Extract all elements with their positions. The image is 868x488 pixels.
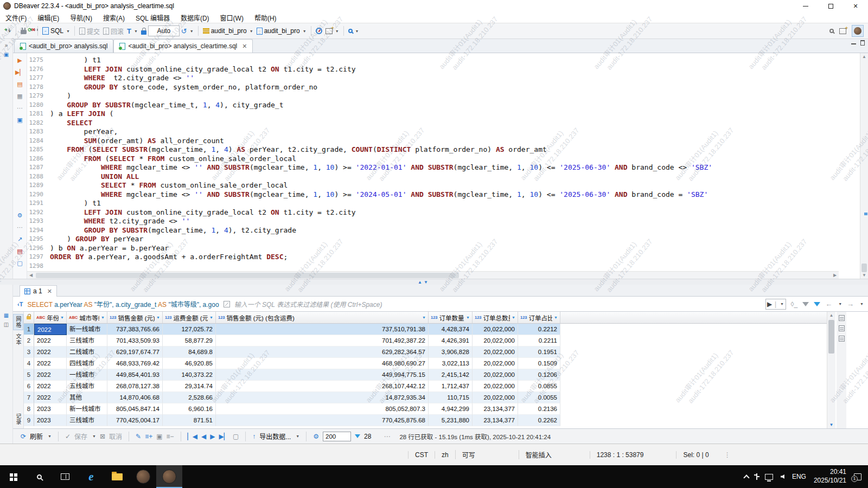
column-dropdown-icon[interactable]: ▼ xyxy=(101,316,105,319)
result-tab[interactable]: a 1 ✕ xyxy=(20,285,57,297)
maximize-button[interactable] xyxy=(818,0,843,12)
table-cell[interactable]: 0.1509 xyxy=(518,358,560,369)
maximize-editor-icon[interactable] xyxy=(860,40,865,46)
expand-filter-icon[interactable] xyxy=(224,301,230,307)
table-cell[interactable]: 629,282,364.57 xyxy=(216,346,429,358)
quick-access-search-icon[interactable] xyxy=(829,29,834,33)
table-cell[interactable]: 468,980,690.27 xyxy=(216,358,429,369)
result-grid-icon[interactable]: ▦ xyxy=(15,91,25,101)
row-number[interactable]: 7 xyxy=(24,392,34,403)
database-select[interactable]: audit_bi_pro▼ xyxy=(201,24,255,37)
row-number[interactable]: 6 xyxy=(24,381,34,392)
last-page-icon[interactable]: ▶▏ xyxy=(219,433,228,440)
table-cell[interactable]: 2022 xyxy=(34,369,67,381)
column-dropdown-icon[interactable]: ▼ xyxy=(156,316,160,319)
table-cell[interactable]: 2022 xyxy=(34,324,67,335)
grid-scroll-down-icon[interactable]: ▼ xyxy=(827,421,835,428)
column-header[interactable]: ABC年份▼ xyxy=(34,312,67,323)
table-cell[interactable]: 五线城市 xyxy=(67,381,107,392)
table-cell[interactable]: 268,107,442.12 xyxy=(216,381,429,392)
dbeaver-taskbar-button[interactable] xyxy=(156,465,182,488)
clear-filter-icon[interactable]: ◊_ xyxy=(791,300,798,308)
editor-hscroll-thumb[interactable] xyxy=(36,273,459,278)
table-cell[interactable]: 701,492,387.22 xyxy=(216,335,429,346)
editor-settings-icon[interactable]: ⚙ xyxy=(15,210,25,220)
editor-tab[interactable]: <audit_bi_pro> analysis_cleartime.sql✕ xyxy=(113,39,253,53)
menu-item[interactable]: 窗口(W) xyxy=(215,13,249,22)
table-row[interactable]: 32022二线城市629,197,674.7784,689.8629,282,3… xyxy=(24,346,827,358)
row-header-corner[interactable] xyxy=(24,312,34,323)
row-number[interactable]: 5 xyxy=(24,369,34,381)
table-cell[interactable]: 2023 xyxy=(34,403,67,415)
table-cell[interactable]: 0.1206 xyxy=(518,369,560,381)
minimize-editor-icon[interactable] xyxy=(851,43,856,44)
pinned-app-button[interactable] xyxy=(130,465,156,488)
table-row[interactable]: 42022四线城市468,933,769.4246,920.85468,980,… xyxy=(24,358,827,369)
metadata-panel-icon[interactable] xyxy=(839,336,845,342)
row-number[interactable]: 1 xyxy=(24,324,34,335)
grid-scroll-up-icon[interactable]: ▲ xyxy=(827,312,835,319)
explain-plan-icon[interactable]: ▤ xyxy=(15,79,25,89)
menu-item[interactable]: 编辑(E) xyxy=(32,13,65,22)
network-icon[interactable] xyxy=(765,474,773,480)
transaction-log-button[interactable]: T▼ xyxy=(125,24,139,37)
table-cell[interactable]: 0.1951 xyxy=(518,346,560,358)
table-cell[interactable]: 4,426,391 xyxy=(429,335,473,346)
table-row[interactable]: 92023三线城市770,425,004.17871.51770,425,875… xyxy=(24,415,827,426)
menu-item[interactable]: 数据库(D) xyxy=(175,13,215,22)
duplicate-row-icon[interactable]: ▣ xyxy=(156,433,162,440)
usb-icon[interactable] xyxy=(756,473,757,480)
open-view-icon[interactable] xyxy=(839,28,846,34)
table-cell[interactable]: 20,022,000 xyxy=(473,381,518,392)
menu-item[interactable]: 导航(N) xyxy=(65,13,98,22)
refresh-icon[interactable]: ⟳ xyxy=(21,433,26,440)
transaction-history-button[interactable]: ↺▼ xyxy=(180,24,195,37)
result-tab-close-icon[interactable]: ✕ xyxy=(47,288,52,295)
table-cell[interactable]: 737,383,765.66 xyxy=(107,324,163,335)
table-cell[interactable]: 2022 xyxy=(34,358,67,369)
table-cell[interactable]: 84,689.8 xyxy=(163,346,216,358)
table-cell[interactable]: 0.2211 xyxy=(518,335,560,346)
database-navigator-icon[interactable]: ▣ xyxy=(2,52,11,57)
table-cell[interactable]: 770,425,875.68 xyxy=(216,415,429,426)
table-cell[interactable]: 20,022,000 xyxy=(473,392,518,403)
table-row[interactable]: 72022其他14,870,406.682,528.6614,872,935.3… xyxy=(24,392,827,403)
row-number[interactable]: 8 xyxy=(24,403,34,415)
row-number[interactable]: 3 xyxy=(24,346,34,358)
table-cell[interactable]: 新一线城市 xyxy=(67,403,107,415)
table-cell[interactable]: 6,960.16 xyxy=(163,403,216,415)
table-cell[interactable]: 0.2262 xyxy=(518,415,560,426)
table-cell[interactable]: 770,425,004.17 xyxy=(107,415,163,426)
column-header[interactable]: 123销售金额 (元)▼ xyxy=(107,312,163,323)
row-number[interactable]: 4 xyxy=(24,358,34,369)
taskbar-search-button[interactable] xyxy=(26,465,52,488)
table-cell[interactable]: 268,078,127.38 xyxy=(107,381,163,392)
cancel-icon[interactable]: ⊠ xyxy=(100,433,105,440)
save-button[interactable]: 保存 xyxy=(74,432,87,441)
tab-close-icon[interactable]: ✕ xyxy=(242,43,247,50)
export-icon[interactable]: ↑ xyxy=(252,433,256,440)
table-cell[interactable]: 701,433,509.93 xyxy=(107,335,163,346)
table-row[interactable]: 62022五线城市268,078,127.3829,314.74268,107,… xyxy=(24,381,827,392)
table-cell[interactable]: 127,025.72 xyxy=(163,324,216,335)
table-cell[interactable]: 0.0055 xyxy=(518,392,560,403)
table-cell[interactable]: 140,373.22 xyxy=(163,369,216,381)
table-cell[interactable]: 805,045,847.14 xyxy=(107,403,163,415)
table-cell[interactable]: 2023 xyxy=(34,415,67,426)
prev-page-icon[interactable]: ◀ xyxy=(201,433,206,440)
script-log-icon[interactable]: ▤ xyxy=(15,246,25,256)
table-cell[interactable]: 1,712,437 xyxy=(429,381,473,392)
table-cell[interactable]: 58,877.29 xyxy=(163,335,216,346)
scroll-right-icon[interactable]: ▶ xyxy=(831,272,839,279)
grid-vertical-scrollbar[interactable]: ▲ ▼ xyxy=(827,312,835,428)
table-cell[interactable]: 4,942,299 xyxy=(429,403,473,415)
table-cell[interactable]: 20,022,000 xyxy=(473,324,518,335)
filter-settings-icon[interactable] xyxy=(814,302,820,306)
table-row[interactable]: 22022三线城市701,433,509.9358,877.29701,492,… xyxy=(24,335,827,346)
column-dropdown-icon[interactable]: ▼ xyxy=(60,316,64,319)
splitter-handle-icon[interactable]: ▲▼ xyxy=(418,280,430,285)
table-cell[interactable]: 449,994,775.15 xyxy=(216,369,429,381)
table-cell[interactable]: 2022 xyxy=(34,381,67,392)
table-cell[interactable]: 20,022,000 xyxy=(473,369,518,381)
file-explorer-button[interactable] xyxy=(104,465,130,488)
